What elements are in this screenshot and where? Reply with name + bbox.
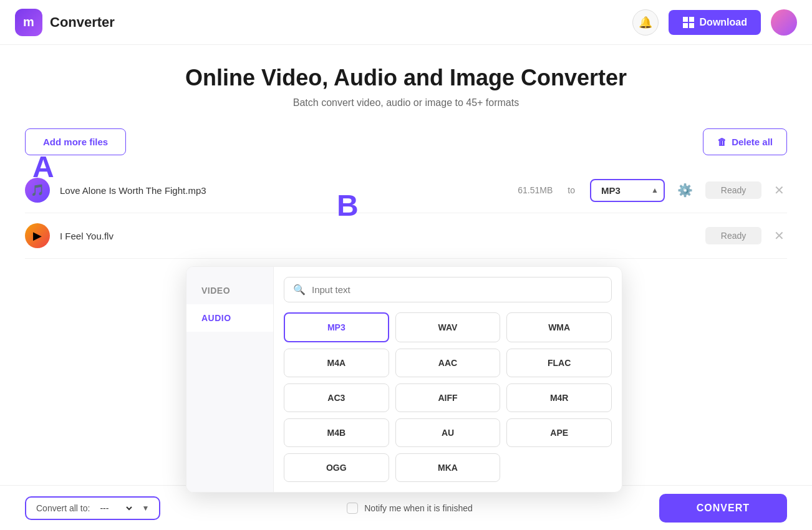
format-selector[interactable]: MP3 ▲ <box>590 179 665 202</box>
avatar[interactable] <box>771 9 797 36</box>
format-dropdown-panel: VIDEO AUDIO 🔍 MP3 WAV WMA M4A AAC FLAC <box>186 266 622 493</box>
format-panel: 🔍 MP3 WAV WMA M4A AAC FLAC AC3 AIFF M4R … <box>274 267 622 492</box>
status-badge: Ready <box>705 227 761 244</box>
format-ac3[interactable]: AC3 <box>284 383 389 412</box>
format-dropdown[interactable]: MP3 <box>590 179 665 202</box>
bell-button[interactable]: 🔔 <box>632 9 659 36</box>
trash-icon: 🗑 <box>717 137 727 147</box>
remove-file-button[interactable]: ✕ <box>771 180 787 200</box>
file-row: 🎵 Love Alone Is Worth The Fight.mp3 61.5… <box>25 168 787 213</box>
settings-button[interactable]: ⚙️ <box>675 180 695 200</box>
format-mka[interactable]: MKA <box>395 453 501 482</box>
download-button[interactable]: Download <box>669 10 761 35</box>
video-file-icon: ▶ <box>25 223 50 248</box>
toolbar: Add more files 🗑 Delete all <box>25 128 787 155</box>
format-ogg[interactable]: OGG <box>284 453 389 482</box>
svg-rect-3 <box>689 23 694 28</box>
svg-rect-2 <box>683 23 688 28</box>
to-label: to <box>568 185 575 195</box>
status-badge: Ready <box>705 181 761 199</box>
search-input[interactable] <box>312 284 602 295</box>
format-flac[interactable]: FLAC <box>506 349 612 377</box>
notify-checkbox[interactable] <box>347 503 358 514</box>
format-aiff[interactable]: AIFF <box>395 383 501 412</box>
category-video[interactable]: VIDEO <box>186 277 273 304</box>
category-list: VIDEO AUDIO <box>186 267 274 492</box>
header: m Converter 🔔 Download <box>0 0 812 45</box>
convert-all-label: Convert all to: <box>36 503 90 513</box>
dropdown-inner: VIDEO AUDIO 🔍 MP3 WAV WMA M4A AAC FLAC <box>186 267 622 492</box>
file-size: 61.51MB <box>518 185 553 195</box>
format-aac[interactable]: AAC <box>395 349 501 377</box>
category-audio[interactable]: AUDIO <box>186 304 273 332</box>
search-icon: 🔍 <box>293 284 306 296</box>
remove-file-button[interactable]: ✕ <box>771 226 787 246</box>
format-au[interactable]: AU <box>395 418 501 447</box>
annotation-a: A <box>32 150 54 184</box>
format-wav[interactable]: WAV <box>395 312 501 342</box>
annotation-b: B <box>337 188 359 223</box>
convert-all-select[interactable]: --- MP3 MP4 WAV <box>97 503 134 514</box>
format-m4a[interactable]: M4A <box>284 349 389 377</box>
page-title: Online Video, Audio and Image Converter <box>25 65 787 91</box>
page-subtitle: Batch convert video, audio or image to 4… <box>25 97 787 108</box>
file-name: I Feel You.flv <box>60 231 680 241</box>
convert-all-wrapper: Convert all to: --- MP3 MP4 WAV ▼ <box>25 496 160 520</box>
svg-rect-1 <box>689 17 694 22</box>
format-ape[interactable]: APE <box>506 418 612 447</box>
chevron-down-icon: ▼ <box>142 504 149 513</box>
convert-button[interactable]: CONVERT <box>659 494 787 523</box>
search-box: 🔍 <box>284 277 612 302</box>
format-wma[interactable]: WMA <box>506 312 612 342</box>
format-m4r[interactable]: M4R <box>506 383 612 412</box>
header-right: 🔔 Download <box>632 9 797 36</box>
format-mp3[interactable]: MP3 <box>284 312 389 342</box>
logo-icon: m <box>15 9 42 36</box>
main-content: Online Video, Audio and Image Converter … <box>0 45 812 259</box>
format-grid: MP3 WAV WMA M4A AAC FLAC AC3 AIFF M4R M4… <box>284 312 612 482</box>
format-m4b[interactable]: M4B <box>284 418 389 447</box>
notify-wrapper: Notify me when it is finished <box>347 503 473 514</box>
file-name: Love Alone Is Worth The Fight.mp3 <box>60 185 508 196</box>
svg-rect-0 <box>683 17 688 22</box>
notify-label: Notify me when it is finished <box>364 503 473 513</box>
header-left: m Converter <box>15 9 115 36</box>
windows-icon <box>682 16 695 29</box>
delete-all-button[interactable]: 🗑 Delete all <box>703 128 787 155</box>
file-row: ▶ I Feel You.flv Ready ✕ <box>25 213 787 259</box>
app-title: Converter <box>50 14 115 31</box>
selected-format: MP3 <box>601 185 621 196</box>
